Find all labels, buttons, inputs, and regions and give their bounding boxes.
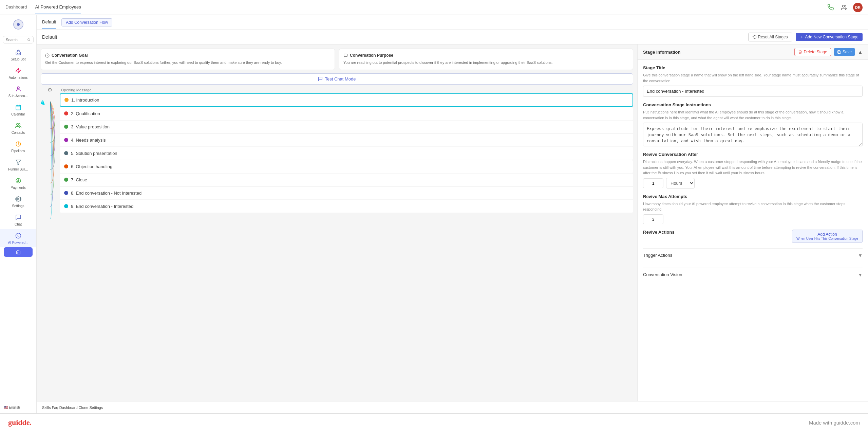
conversation-vision-label: Conversation Vision bbox=[643, 272, 682, 277]
trigger-actions-label: Trigger Actions bbox=[643, 253, 672, 258]
stage-info-title: Stage Information bbox=[643, 50, 681, 55]
right-panel-body: Stage Title Give this conversation stage… bbox=[638, 60, 868, 401]
svg-point-13 bbox=[16, 123, 18, 125]
pipelines-icon bbox=[14, 140, 22, 148]
avatar[interactable]: DR bbox=[853, 3, 863, 12]
automation-icon bbox=[14, 67, 22, 75]
sidebar-item-calendar[interactable]: Calendar bbox=[0, 101, 36, 119]
funnel-icon bbox=[14, 158, 22, 166]
reset-all-stages-btn[interactable]: Reset All Stages bbox=[748, 33, 792, 41]
page-header: Default Reset All Stages Add New Convers… bbox=[37, 30, 868, 44]
revive-group: Revive Conversation After Distractions h… bbox=[643, 152, 863, 188]
subaccount-icon bbox=[14, 85, 22, 93]
add-new-stage-btn[interactable]: Add New Conversation Stage bbox=[796, 33, 863, 41]
instructions-textarea[interactable]: Express gratitude for their interest and… bbox=[643, 123, 863, 146]
opening-message-label: Opening Message bbox=[60, 88, 633, 92]
sidebar-item-ai-powered[interactable]: AI Powered... bbox=[0, 229, 36, 247]
sidebar-item-settings[interactable]: Settings bbox=[0, 192, 36, 211]
stage-dot-5 bbox=[64, 151, 68, 155]
search-box[interactable] bbox=[3, 36, 34, 43]
sidebar-item-automations[interactable]: Automations bbox=[0, 64, 36, 82]
sub-tab-default[interactable]: Default bbox=[42, 16, 56, 29]
svg-point-0 bbox=[843, 5, 845, 7]
language-selector[interactable]: 🇺🇸English bbox=[3, 404, 34, 411]
sidebar-search bbox=[0, 34, 36, 46]
goal-title: Conversation Goal bbox=[45, 53, 331, 58]
top-nav-tabs: Dashboard AI Powered Employees bbox=[5, 0, 826, 14]
top-nav: Dashboard AI Powered Employees DR bbox=[0, 0, 868, 15]
sidebar-item-pipelines[interactable]: Pipelines bbox=[0, 137, 36, 156]
guidde-logo: guidde. bbox=[8, 418, 32, 427]
svg-rect-5 bbox=[16, 52, 21, 55]
phone-icon[interactable] bbox=[826, 3, 835, 12]
right-panel: Stage Information Delete Stage Save ▲ bbox=[637, 44, 868, 401]
users-icon[interactable] bbox=[839, 3, 849, 12]
save-btn[interactable]: Save bbox=[834, 48, 855, 56]
logo bbox=[12, 18, 25, 31]
gear-settings-icon[interactable]: ⚙ bbox=[48, 88, 52, 93]
bottom-bar: Skills Faq Dashboard Clone Settings bbox=[37, 401, 868, 413]
stage-item-6[interactable]: 6. Objection handling bbox=[60, 160, 633, 173]
sidebar-item-subaccount[interactable]: Sub-Accou... bbox=[0, 82, 36, 101]
stage-label-6: 6. Objection handling bbox=[71, 164, 112, 169]
revive-value-input[interactable] bbox=[643, 178, 663, 188]
stage-dot-4 bbox=[64, 138, 68, 142]
delete-stage-btn[interactable]: Delete Stage bbox=[794, 48, 831, 56]
svg-line-4 bbox=[30, 40, 30, 41]
add-conversation-flow-btn[interactable]: Add Conversation Flow bbox=[61, 18, 112, 26]
add-action-btn[interactable]: Add Action When User Hits This Conversat… bbox=[792, 230, 863, 243]
bottom-bar-text: Skills Faq Dashboard Clone Settings bbox=[42, 406, 103, 410]
stage-dot-9 bbox=[64, 204, 68, 208]
stage-dot-3 bbox=[64, 125, 68, 129]
sidebar-item-setup-bot[interactable]: Setup Bot bbox=[0, 46, 36, 64]
stage-title-desc: Give this conversation stage a name that… bbox=[643, 72, 863, 84]
stage-item-4[interactable]: 4. Needs analysis bbox=[60, 134, 633, 146]
sidebar-item-label: Pipelines bbox=[11, 149, 25, 153]
sidebar-item-payments[interactable]: Payments bbox=[0, 174, 36, 192]
purpose-title: Conversation Purpose bbox=[343, 53, 629, 58]
stage-item-3[interactable]: 3. Value proposition bbox=[60, 121, 633, 133]
ai-icon bbox=[14, 232, 22, 240]
sidebar-item-funnel[interactable]: Funnel Buil... bbox=[0, 156, 36, 174]
stage-item-7[interactable]: 7. Close bbox=[60, 174, 633, 186]
page-actions: Reset All Stages Add New Conversation St… bbox=[748, 33, 863, 41]
stage-item-2[interactable]: 2. Qualification bbox=[60, 107, 633, 120]
svg-point-3 bbox=[27, 38, 30, 40]
stage-item-8[interactable]: 8. End conversation - Not Interested bbox=[60, 187, 633, 199]
sidebar-item-contacts[interactable]: Contacts bbox=[0, 119, 36, 137]
stage-item-5[interactable]: 5. Solution presentation bbox=[60, 147, 633, 160]
stage-label-3: 3. Value proposition bbox=[71, 124, 110, 129]
conversation-goal-card: Conversation Goal Get the Customer to ex… bbox=[41, 49, 335, 70]
stage-dot-1 bbox=[64, 98, 69, 102]
sidebar-item-label: AI Powered... bbox=[8, 241, 28, 245]
conversation-vision-accordion[interactable]: Conversation Vision ▼ bbox=[643, 268, 863, 282]
main-layout: Setup Bot Automations Sub-Accou... Calen… bbox=[0, 15, 868, 413]
stages-list: Opening Message 1. Introduction 2. Quali… bbox=[60, 88, 633, 397]
marketplace-active-bar[interactable] bbox=[4, 247, 33, 257]
search-input[interactable] bbox=[6, 38, 26, 42]
stage-label-1: 1. Introduction bbox=[71, 97, 99, 103]
settings-icon bbox=[14, 195, 22, 203]
sidebar-item-label: Chat bbox=[15, 222, 22, 226]
test-chat-btn[interactable]: Test Chat Mode bbox=[41, 73, 633, 85]
robot-icon bbox=[14, 48, 22, 56]
stage-item-1[interactable]: 1. Introduction bbox=[60, 93, 633, 107]
sidebar-item-label: Automations bbox=[9, 76, 28, 79]
tab-ai-powered[interactable]: AI Powered Employees bbox=[35, 0, 81, 14]
trigger-chevron-icon: ▼ bbox=[858, 253, 863, 258]
guidde-made-with: Made with guidde.com bbox=[809, 420, 860, 426]
sidebar-item-chat[interactable]: Chat bbox=[0, 211, 36, 229]
goal-text: Get the Customer to express interest in … bbox=[45, 60, 331, 66]
info-cards: Conversation Goal Get the Customer to ex… bbox=[41, 49, 633, 70]
stage-title-input[interactable] bbox=[643, 86, 863, 97]
revive-unit-select[interactable]: Hours Minutes Days bbox=[666, 178, 695, 188]
purpose-text: You are reaching out to potential prospe… bbox=[343, 60, 629, 66]
trigger-actions-accordion[interactable]: Trigger Actions ▼ bbox=[643, 248, 863, 262]
right-panel-header: Stage Information Delete Stage Save ▲ bbox=[638, 44, 868, 60]
collapse-btn[interactable]: ▲ bbox=[858, 49, 863, 55]
revive-max-input[interactable] bbox=[643, 214, 663, 224]
tab-dashboard[interactable]: Dashboard bbox=[5, 0, 27, 14]
vision-chevron-icon: ▼ bbox=[858, 272, 863, 277]
stage-item-9[interactable]: 9. End conversation - Interested bbox=[60, 200, 633, 213]
stage-dot-2 bbox=[64, 111, 68, 115]
